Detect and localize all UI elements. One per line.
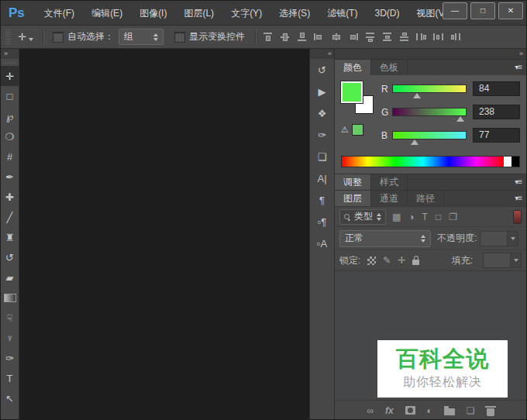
filter-pixel-layers-icon[interactable]: ▦ [392,212,401,222]
history-brush-tool[interactable]: ↺ [1,247,19,267]
menu-edit[interactable]: 编辑(E) [83,1,131,25]
slider-thumb[interactable] [456,116,464,122]
tool-preset-picker[interactable]: ✛ [14,29,37,44]
new-layer-icon[interactable]: ❏ [467,406,475,415]
menu-filter[interactable]: 滤镜(T) [319,1,366,25]
tab-layers[interactable]: 图层 [335,191,371,206]
layers-list[interactable]: 百科全说 助你轻松解决 [335,270,526,400]
healing-brush-tool[interactable]: ✚ [1,187,19,207]
auto-select-target-dropdown[interactable]: 组 [119,29,164,45]
distribute-horizontal-centers[interactable] [432,32,444,42]
tab-styles[interactable]: 样式 [371,174,408,190]
path-selection-tool[interactable]: ↖ [1,388,19,408]
lock-transparency-icon[interactable] [367,256,376,265]
dodge-tool[interactable]: ♀ [1,328,19,348]
eyedropper-tool[interactable]: ✒ [1,167,19,187]
show-transform-checkbox[interactable] [174,32,185,43]
filter-shape-layers-icon[interactable]: □ [436,212,441,222]
options-bar-grip[interactable] [5,29,11,45]
tab-channels[interactable]: 通道 [371,191,408,206]
menu-file[interactable]: 文件(F) [36,1,83,25]
channel-value-field[interactable]: 238 [473,105,520,119]
slider-thumb[interactable] [411,139,418,145]
properties-panel-icon[interactable]: ❖ [310,102,334,124]
layer-style-icon[interactable]: fx [385,406,394,415]
dock-collapse-button[interactable]: « [310,49,334,59]
align-left-edges[interactable] [313,32,325,42]
foreground-color-swatch[interactable] [341,81,363,103]
color-spectrum-ramp[interactable] [341,156,520,167]
align-right-edges[interactable] [347,32,359,42]
slider-thumb[interactable] [413,93,421,98]
paragraph-panel-icon[interactable]: ¶ [310,189,334,211]
clone-source-panel-icon[interactable]: ❏ [310,146,334,167]
close-button[interactable]: ✕ [498,2,523,19]
gradient-tool[interactable] [1,287,19,308]
lock-pixels-icon[interactable]: ✎ [383,256,391,265]
tools-panel-collapse-button[interactable]: » [1,49,19,59]
tab-paths[interactable]: 路径 [408,191,444,206]
menu-select[interactable]: 选择(S) [270,1,319,25]
panel-column-collapse-button[interactable]: » [335,49,526,59]
gamut-warning-icon[interactable]: ⚠ [341,125,349,135]
link-layers-icon[interactable]: ∞ [367,406,374,415]
paragraph-styles-panel-icon[interactable]: ▫¶ [310,211,334,232]
crop-tool[interactable]: # [1,146,19,167]
distribute-right-edges[interactable] [450,32,461,42]
tab-color[interactable]: 颜色 [335,60,371,75]
menu-3d[interactable]: 3D(D) [366,1,408,25]
panel-menu-icon[interactable]: ▾≡ [510,174,526,190]
brush-panel-icon[interactable]: ✑ [310,124,334,146]
panel-menu-icon[interactable]: ▾≡ [510,59,526,75]
menu-image[interactable]: 图像(I) [131,1,175,25]
character-styles-panel-icon[interactable]: ▫A [310,232,334,254]
opacity-dropdown[interactable] [480,231,518,246]
lock-position-icon[interactable]: ✛ [398,256,405,265]
menu-view[interactable]: 视图(V) [408,1,443,25]
align-bottom-edges[interactable] [296,32,308,42]
align-horizontal-centers[interactable] [330,32,342,42]
new-group-icon[interactable] [444,408,455,415]
distribute-bottom-edges[interactable] [398,32,410,42]
actions-panel-icon[interactable]: ▶ [310,81,334,102]
character-panel-icon[interactable]: A| [310,167,334,189]
channel-value-field[interactable]: 84 [473,81,520,96]
layer-filter-toggle[interactable] [513,210,522,224]
brush-tool[interactable]: ╱ [1,207,19,227]
blend-mode-dropdown[interactable]: 正常 [339,230,431,247]
panel-menu-icon[interactable]: ▾≡ [510,190,526,206]
menu-type[interactable]: 文字(Y) [222,1,270,25]
rectangular-marquee-tool[interactable]: □ [1,86,19,106]
tab-adjustments[interactable]: 调整 [335,174,371,190]
align-vertical-centers[interactable] [279,32,291,42]
align-top-edges[interactable] [262,32,274,42]
white-swatch[interactable] [504,157,512,167]
web-safe-color-swatch[interactable] [352,124,363,136]
distribute-left-edges[interactable] [415,32,427,42]
filter-type-layers-icon[interactable]: T [422,212,428,222]
menu-layer[interactable]: 图层(L) [175,1,222,25]
filter-adjustment-layers-icon[interactable]: ◑ [408,212,414,222]
maximize-button[interactable]: □ [470,2,495,19]
canvas-area[interactable] [19,49,310,420]
history-panel-icon[interactable]: ↺ [310,59,334,81]
layer-filter-dropdown[interactable]: 类型 [339,209,386,225]
distribute-vertical-centers[interactable] [381,32,393,42]
distribute-top-edges[interactable] [364,32,376,42]
clone-stamp-tool[interactable]: ♜ [1,227,19,247]
channel-slider[interactable] [392,108,467,116]
lock-all-icon[interactable] [412,260,419,265]
channel-value-field[interactable]: 77 [473,128,520,143]
fill-dropdown[interactable] [483,253,522,268]
adjustment-layer-icon[interactable]: ◐ [427,406,432,415]
channel-slider[interactable] [392,131,467,139]
filter-smart-objects-icon[interactable]: ❐ [449,212,457,222]
layer-mask-icon[interactable] [405,406,415,415]
delete-layer-icon[interactable] [487,408,494,416]
quick-selection-tool[interactable]: ❍ [1,126,19,146]
type-tool[interactable]: T [1,368,19,388]
channel-slider[interactable] [392,84,467,93]
auto-select-checkbox[interactable] [53,32,64,43]
eraser-tool[interactable]: ▰ [1,267,19,287]
pen-tool[interactable]: ✑ [1,348,19,368]
